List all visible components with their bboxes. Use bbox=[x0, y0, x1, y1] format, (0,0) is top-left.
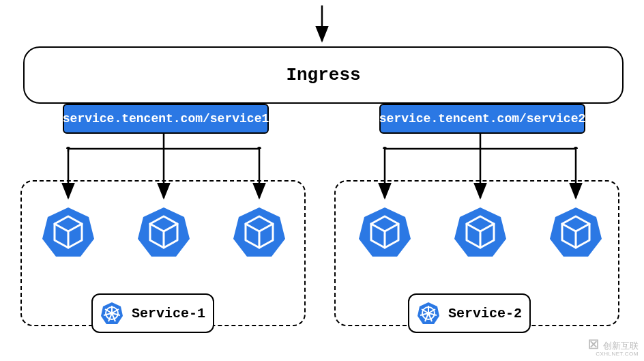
route-service2-label: service.tencent.com/service2 bbox=[379, 112, 585, 126]
ingress-label: Ingress bbox=[286, 65, 360, 85]
ingress-box: Ingress bbox=[23, 46, 624, 104]
pod-icon bbox=[136, 205, 191, 259]
watermark: ☒ 创新互联 CXHLNET.COM bbox=[588, 338, 639, 357]
watermark-text: 创新互联 bbox=[603, 341, 639, 351]
watermark-sub: CXHLNET.COM bbox=[588, 351, 639, 357]
pod-icon bbox=[232, 205, 287, 259]
diagram-canvas: Ingress service.tencent.com/service1 ser… bbox=[0, 0, 644, 361]
service-2-box: Service-2 bbox=[408, 293, 531, 333]
pod-icon bbox=[548, 205, 603, 259]
route-service1: service.tencent.com/service1 bbox=[63, 104, 269, 134]
service-1-label: Service-1 bbox=[132, 306, 205, 321]
kubernetes-wheel-icon bbox=[100, 302, 123, 325]
service-1-box: Service-1 bbox=[91, 293, 214, 333]
pod-icon bbox=[453, 205, 508, 259]
pod-icon bbox=[357, 205, 412, 259]
route-service1-label: service.tencent.com/service1 bbox=[63, 112, 269, 126]
pod-icon bbox=[41, 205, 96, 259]
kubernetes-wheel-icon bbox=[417, 302, 440, 325]
service-2-label: Service-2 bbox=[448, 306, 522, 321]
route-service2: service.tencent.com/service2 bbox=[379, 104, 585, 134]
